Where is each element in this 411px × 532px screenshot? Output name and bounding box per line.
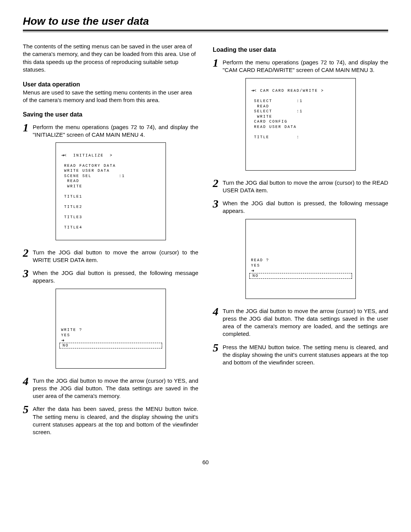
saving-step-4: 4 Turn the JOG dial button to move the a… bbox=[23, 375, 198, 400]
screen-line: TITLE3 bbox=[61, 215, 83, 219]
confirm-no-selected: NO bbox=[61, 343, 160, 348]
heading-loading-user-data: Loading the user data bbox=[213, 46, 388, 53]
saving-step-3: 3 When the JOG dial button is pressed, t… bbox=[23, 268, 198, 285]
loading-step-4: 4 Turn the JOG dial button to move the a… bbox=[213, 306, 388, 338]
step-number: 2 bbox=[23, 247, 33, 259]
confirm-prompt: READ ? bbox=[251, 258, 350, 263]
title-rule-thin bbox=[23, 32, 388, 32]
heading-saving-user-data: Saving the user data bbox=[23, 111, 198, 118]
step-text: Turn the JOG dial button to move the arr… bbox=[223, 177, 388, 195]
screen-line: SELECT :1 bbox=[251, 99, 303, 103]
screen-line: READ bbox=[251, 104, 269, 109]
confirm-yes: YES bbox=[251, 263, 350, 268]
loading-step-2: 2 Turn the JOG dial button to move the a… bbox=[213, 177, 388, 195]
step-text: Press the MENU button twice. The setting… bbox=[223, 342, 388, 367]
page-title: How to use the user data bbox=[23, 15, 388, 27]
step-text: Turn the JOG dial button to move the arr… bbox=[223, 306, 388, 338]
step-number: 1 bbox=[213, 57, 223, 69]
step-text: Perform the menu operations (pages 72 to… bbox=[33, 122, 198, 139]
step-text: When the JOG dial button is pressed, the… bbox=[223, 198, 388, 215]
step-number: 2 bbox=[213, 177, 223, 189]
step-text: When the JOG dial button is pressed, the… bbox=[33, 268, 198, 285]
loading-step-1: 1 Perform the menu operations (pages 72 … bbox=[213, 57, 388, 74]
arrow-icon: ➜ bbox=[61, 338, 160, 343]
screen-line: CARD CONFIG bbox=[251, 120, 288, 124]
heading-user-data-operation: User data operation bbox=[23, 81, 198, 88]
step-text: Perform the menu operations (pages 72 to… bbox=[223, 57, 388, 74]
screen-line: SELECT :1 bbox=[251, 109, 303, 113]
initialize-screen: ➜< INITIALIZE > READ FACTORY DATA WRITE … bbox=[56, 142, 166, 240]
arrow-icon: ➜ bbox=[251, 88, 254, 93]
step-number: 1 bbox=[23, 122, 33, 133]
screen-line: TITLE : bbox=[251, 135, 300, 139]
screen-line: TITLE4 bbox=[61, 225, 83, 230]
user-data-operation-text: Menus are used to save the setting menu … bbox=[23, 89, 198, 104]
step-number: 5 bbox=[213, 342, 223, 353]
confirm-prompt: WRITE ? bbox=[61, 328, 160, 333]
screen-line: SCENE SEL :1 bbox=[61, 174, 125, 178]
step-number: 5 bbox=[23, 404, 33, 415]
title-rule-thick bbox=[23, 30, 388, 31]
step-number: 4 bbox=[213, 306, 223, 317]
screen-line: READ bbox=[61, 179, 80, 183]
screen-title: < INITIALIZE > bbox=[64, 153, 113, 158]
screen-line: READ USER DATA bbox=[251, 125, 297, 129]
step-number: 4 bbox=[23, 375, 33, 387]
screen-line: TITLE1 bbox=[61, 195, 83, 199]
screen-line: WRITE bbox=[251, 115, 272, 119]
step-text: After the data has been saved, press the… bbox=[33, 404, 198, 436]
page-number: 60 bbox=[23, 459, 388, 465]
write-confirm-screen: WRITE ? YES ➜ NO bbox=[56, 289, 166, 369]
step-text: Turn the JOG dial button to move the arr… bbox=[33, 247, 198, 264]
saving-step-1: 1 Perform the menu operations (pages 72 … bbox=[23, 122, 198, 139]
step-number: 3 bbox=[213, 198, 223, 209]
left-column: The contents of the setting menus can be… bbox=[23, 43, 198, 440]
screen-line: READ FACTORY DATA bbox=[61, 164, 116, 168]
screen-title: < CAM CARD READ/WRITE > bbox=[254, 89, 324, 93]
arrow-icon: ➜ bbox=[61, 153, 64, 157]
screen-line: WRITE bbox=[61, 184, 83, 189]
screen-line: TITLE2 bbox=[61, 205, 83, 209]
arrow-icon: ➜ bbox=[251, 268, 350, 273]
step-number: 3 bbox=[23, 268, 33, 279]
read-confirm-screen: READ ? YES ➜ NO bbox=[245, 219, 356, 299]
saving-step-5: 5 After the data has been saved, press t… bbox=[23, 404, 198, 436]
loading-step-5: 5 Press the MENU button twice. The setti… bbox=[213, 342, 388, 367]
right-column: Loading the user data 1 Perform the menu… bbox=[213, 43, 388, 440]
intro-text: The contents of the setting menus can be… bbox=[23, 43, 198, 73]
confirm-no-selected: NO bbox=[251, 273, 350, 279]
step-text: Turn the JOG dial button to move the arr… bbox=[33, 375, 198, 400]
screen-line: WRITE USER DATA bbox=[61, 169, 110, 173]
cam-card-screen: ➜< CAM CARD READ/WRITE > SELECT :1 READ … bbox=[245, 78, 356, 171]
loading-step-3: 3 When the JOG dial button is pressed, t… bbox=[213, 198, 388, 215]
saving-step-2: 2 Turn the JOG dial button to move the a… bbox=[23, 247, 198, 264]
confirm-yes: YES bbox=[61, 333, 160, 338]
